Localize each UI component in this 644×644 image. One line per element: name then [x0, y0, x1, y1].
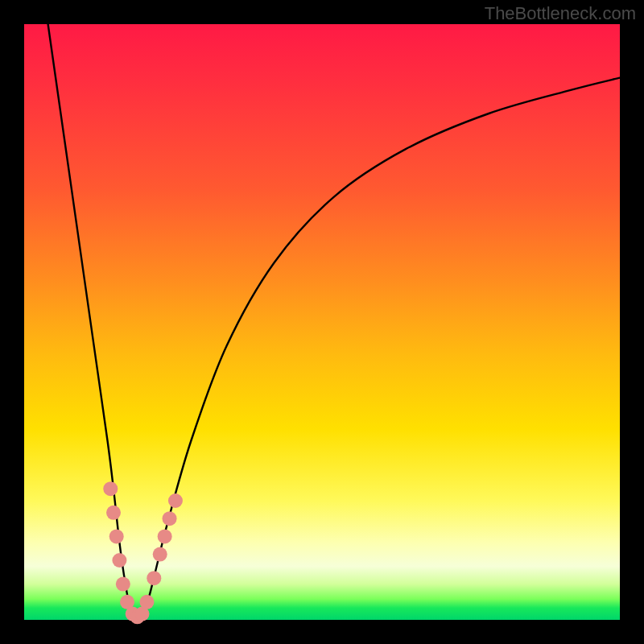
threshold-dot — [106, 506, 121, 520]
threshold-dot — [168, 493, 183, 508]
threshold-dot — [116, 577, 130, 592]
threshold-dot — [153, 547, 167, 562]
threshold-dot — [103, 481, 118, 496]
plot-area — [24, 24, 620, 620]
watermark-text: TheBottleneck.com — [485, 3, 636, 24]
threshold-dot — [147, 571, 161, 585]
chart-frame: TheBottleneck.com — [0, 0, 644, 644]
threshold-dot — [158, 529, 172, 543]
threshold-dot — [163, 511, 177, 526]
threshold-dot — [112, 553, 126, 568]
bottleneck-curve — [48, 24, 620, 620]
threshold-dot — [109, 529, 124, 543]
threshold-dot — [139, 595, 154, 609]
curve-layer — [24, 24, 620, 620]
